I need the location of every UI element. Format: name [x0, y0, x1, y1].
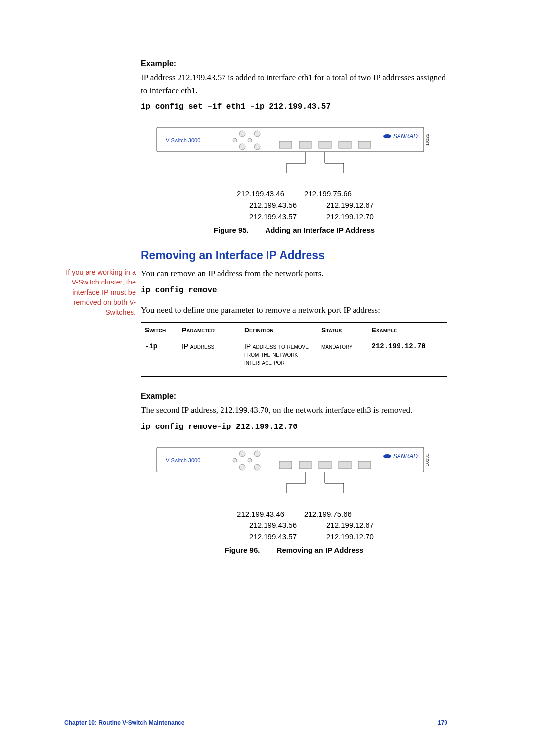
svg-rect-31	[319, 461, 331, 469]
fig96-r3b-struck: 2.199.12	[335, 532, 363, 541]
fig96-ip-r2b: 212.199.12.67	[326, 521, 374, 529]
td-switch: -ip	[141, 337, 178, 377]
svg-point-25	[233, 458, 237, 462]
svg-point-23	[239, 451, 245, 457]
footer-chapter: Chapter 10: Routine V-Switch Maintenance	[64, 719, 184, 726]
svg-point-26	[248, 458, 252, 462]
svg-text:V-Switch 3000: V-Switch 3000	[166, 457, 200, 463]
svg-text:SANRAD: SANRAD	[393, 133, 418, 140]
td-def: IP address to remove from the network in…	[240, 337, 317, 377]
svg-point-12	[383, 134, 391, 138]
svg-point-24	[254, 451, 260, 457]
fig95-ip-r3a: 212.199.43.57	[249, 212, 297, 221]
example-1-text: IP address 212.199.43.57 is added to int…	[141, 71, 447, 96]
svg-rect-9	[319, 141, 331, 148]
th-status: Status	[317, 323, 368, 337]
device-diagram-95: V-Switch 3000 SANRAD 10225	[156, 126, 433, 181]
fig96-num: Figure 96.	[225, 546, 260, 554]
figure-95: V-Switch 3000 SANRAD 10225 212.199.43.46…	[141, 126, 447, 234]
svg-rect-33	[358, 461, 371, 469]
fig96-r3b-prefix: 21	[326, 532, 335, 541]
fig96-ip-r1b: 212.199.75.66	[304, 510, 352, 518]
svg-rect-32	[339, 461, 351, 469]
fig96-ip-r2a: 212.199.43.56	[249, 521, 297, 529]
table-header-row: Switch Parameter Definition Status Examp…	[141, 323, 447, 337]
section-para2: You need to define one parameter to remo…	[141, 304, 447, 317]
svg-point-4	[248, 138, 252, 142]
parameter-table: Switch Parameter Definition Status Examp…	[141, 322, 447, 377]
device-diagram-96: V-Switch 3000 SANRAD 10231	[156, 446, 433, 501]
device-label-95: V-Switch 3000	[166, 137, 200, 143]
fig96-ip-r3b: 212.199.12.70	[326, 532, 374, 541]
th-param: Parameter	[178, 323, 240, 337]
example-2-heading: Example:	[141, 392, 447, 401]
section-heading: Removing an Interface IP Address	[141, 249, 447, 262]
example-2-code: ip config remove–ip 212.199.12.70	[141, 423, 447, 431]
th-example: Example	[368, 323, 447, 337]
td-param: IP address	[178, 337, 240, 377]
section-code1: ip config remove	[141, 286, 447, 295]
svg-point-5	[239, 144, 245, 150]
page-footer: Chapter 10: Routine V-Switch Maintenance…	[64, 719, 447, 726]
th-def: Definition	[240, 323, 317, 337]
td-status: mandatory	[317, 337, 368, 377]
fig96-r3b-suffix: .70	[363, 532, 374, 541]
svg-point-27	[239, 464, 245, 470]
svg-rect-10	[339, 141, 351, 148]
svg-rect-30	[299, 461, 312, 469]
th-switch: Switch	[141, 323, 178, 337]
fig95-title: Adding an Interface IP Address	[265, 226, 375, 234]
svg-point-1	[239, 131, 245, 137]
svg-rect-7	[279, 141, 292, 148]
svg-point-3	[233, 138, 237, 142]
table-row: -ip IP address IP address to remove from…	[141, 337, 447, 377]
fig96-ip-r3a: 212.199.43.57	[249, 532, 297, 541]
example-2-text: The second IP address, 212.199.43.70, on…	[141, 404, 447, 417]
section-para1: You can remove an IP address from the ne…	[141, 267, 447, 280]
fig95-ip-r2b: 212.199.12.67	[326, 201, 374, 209]
fig95-num: Figure 95.	[214, 226, 249, 234]
footer-page: 179	[438, 719, 447, 726]
fig96-ip-r1a: 212.199.43.46	[237, 510, 284, 518]
fig96-title: Removing an IP Address	[277, 546, 364, 554]
td-example: 212.199.12.70	[368, 337, 447, 377]
fig95-ip-r3b: 212.199.12.70	[326, 212, 374, 221]
svg-rect-8	[299, 141, 312, 148]
svg-point-34	[383, 454, 391, 458]
fig95-ip-r1a: 212.199.43.46	[237, 189, 284, 198]
svg-rect-29	[279, 461, 292, 469]
example-1-heading: Example:	[141, 59, 447, 68]
svg-text:SANRAD: SANRAD	[393, 453, 418, 460]
sidebar-note: If you are working in a V-Switch cluster…	[62, 267, 136, 317]
svg-text:10225: 10225	[425, 134, 430, 146]
svg-rect-11	[358, 141, 371, 148]
fig95-ip-r2a: 212.199.43.56	[249, 201, 297, 209]
figure-96: V-Switch 3000 SANRAD 10231 212.199.43.46…	[141, 446, 447, 554]
svg-point-6	[254, 144, 260, 150]
fig95-ip-r1b: 212.199.75.66	[304, 189, 352, 198]
example-1-code: ip config set –if eth1 –ip 212.199.43.57	[141, 102, 447, 111]
svg-point-28	[254, 464, 260, 470]
svg-point-2	[254, 131, 260, 137]
svg-text:10231: 10231	[425, 453, 430, 466]
